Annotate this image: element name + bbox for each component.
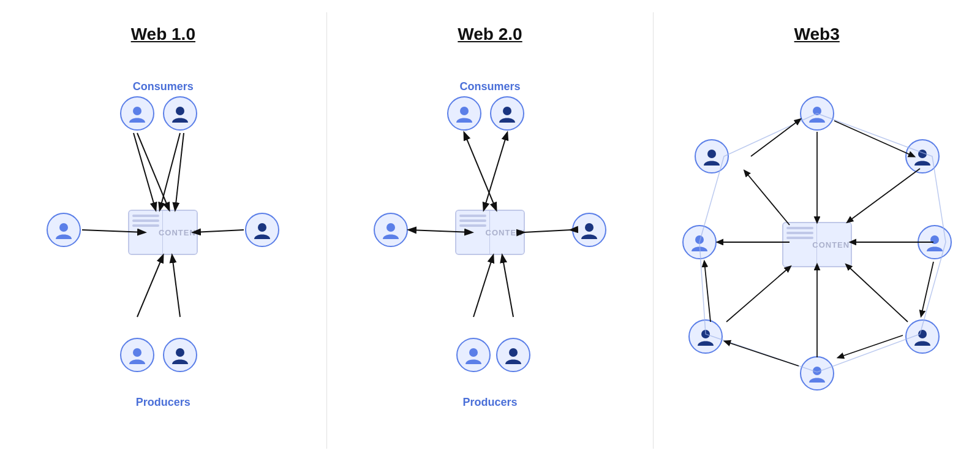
web1-title: Web 1.0 bbox=[131, 25, 195, 44]
svg-line-25 bbox=[834, 121, 914, 156]
web1-layout: Consumers bbox=[34, 78, 292, 421]
web2-side-left bbox=[374, 213, 408, 247]
svg-line-24 bbox=[745, 171, 790, 225]
svg-line-4 bbox=[134, 133, 156, 210]
svg-line-5 bbox=[175, 133, 184, 210]
web2-content-box: CONTENT bbox=[455, 210, 525, 255]
web1-section: Web 1.0 Consumers bbox=[0, 12, 326, 449]
web1-consumers-label: Consumers bbox=[133, 80, 194, 93]
web2-side-right bbox=[572, 213, 606, 247]
web3-user-mid-left bbox=[682, 225, 717, 259]
main-container: Web 1.0 Consumers bbox=[0, 0, 980, 461]
web3-user-bottom bbox=[800, 356, 834, 391]
svg-line-13 bbox=[524, 230, 571, 232]
web3-content-box: CONTENT bbox=[782, 222, 852, 267]
web2-consumers-label: Consumers bbox=[459, 80, 520, 93]
web1-producers-label: Producers bbox=[136, 396, 190, 409]
web3-user-bot-right bbox=[905, 319, 940, 354]
web3-diagram: CONTENT bbox=[672, 63, 962, 436]
web2-diagram: Consumers bbox=[345, 63, 635, 436]
web3-content-label: CONTENT bbox=[810, 240, 851, 250]
web1-producer-1 bbox=[120, 338, 154, 372]
web2-producers-label: Producers bbox=[462, 396, 517, 409]
svg-line-9 bbox=[172, 256, 180, 317]
web1-diagram: Consumers bbox=[18, 63, 308, 436]
svg-line-14 bbox=[473, 256, 493, 317]
web1-content-box: CONTENT bbox=[128, 210, 198, 255]
svg-line-22 bbox=[726, 267, 790, 322]
svg-line-7 bbox=[194, 230, 244, 232]
web3-user-top-right bbox=[905, 139, 940, 173]
web1-consumer-1 bbox=[120, 96, 154, 131]
web3-layout: CONTENT bbox=[676, 78, 958, 421]
svg-line-8 bbox=[137, 256, 163, 317]
web1-content-label: CONTENT bbox=[156, 228, 198, 237]
web2-content-label: CONTENT bbox=[483, 228, 525, 237]
svg-line-20 bbox=[846, 265, 908, 322]
svg-line-26 bbox=[751, 120, 800, 156]
svg-line-11 bbox=[484, 133, 507, 210]
web3-user-mid-right bbox=[918, 225, 952, 259]
web1-producer-2 bbox=[163, 338, 197, 372]
web1-side-right bbox=[245, 213, 279, 247]
web2-section: Web 2.0 Consumers bbox=[327, 12, 654, 449]
svg-line-30 bbox=[704, 262, 710, 322]
web2-consumer-2 bbox=[490, 96, 524, 131]
web3-title: Web3 bbox=[794, 25, 840, 44]
svg-line-27 bbox=[921, 262, 933, 316]
svg-line-18 bbox=[848, 169, 920, 222]
svg-line-2 bbox=[137, 133, 169, 210]
web3-user-top bbox=[800, 96, 834, 131]
web2-consumer-1 bbox=[447, 96, 481, 131]
svg-line-28 bbox=[839, 335, 903, 357]
svg-line-10 bbox=[464, 133, 496, 210]
web1-consumer-2 bbox=[163, 96, 197, 131]
web1-side-left bbox=[47, 213, 81, 247]
web3-section: Web3 CONTENT bbox=[654, 12, 980, 449]
web2-layout: Consumers bbox=[361, 78, 619, 421]
svg-line-3 bbox=[160, 133, 180, 210]
web3-user-top-left bbox=[695, 139, 729, 173]
web2-title: Web 2.0 bbox=[458, 25, 522, 44]
svg-line-15 bbox=[502, 256, 513, 317]
svg-line-29 bbox=[725, 341, 799, 366]
web2-producer-1 bbox=[456, 338, 491, 372]
web3-user-bot-left bbox=[688, 319, 723, 354]
web2-producer-2 bbox=[496, 338, 530, 372]
